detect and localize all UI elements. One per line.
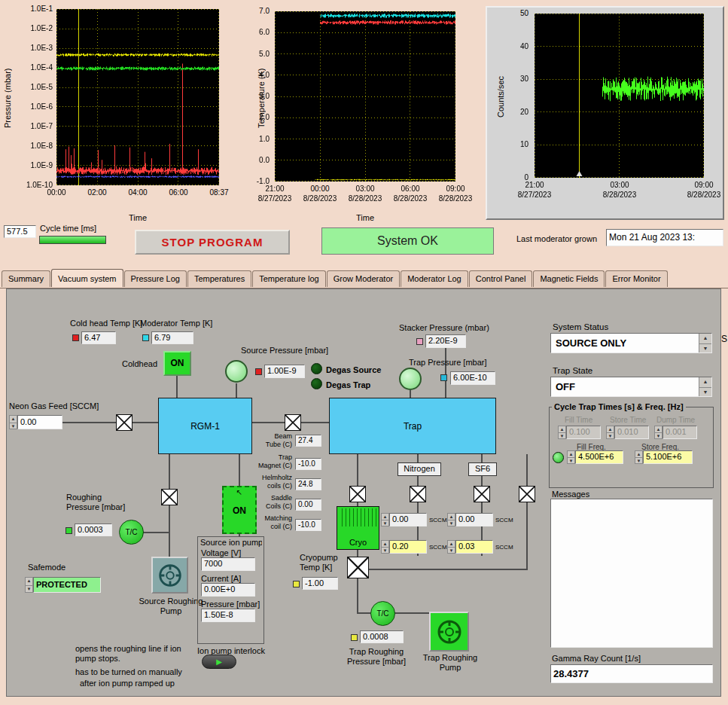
nitrogen-valve[interactable] — [410, 486, 426, 502]
fill-freq-input[interactable]: 4.500E+6 — [575, 450, 623, 464]
roughing-thermocouple-indicator: T/C — [119, 520, 144, 545]
valve-x-icon — [285, 415, 300, 430]
temperature-history-xdate: 8/27/2023 — [254, 194, 296, 203]
helmholtz-value: 24.8 — [295, 478, 321, 490]
trap-state-selector[interactable]: OFF — [550, 377, 712, 397]
dropdown-arrows-icon[interactable] — [699, 377, 711, 396]
neon-feed-input[interactable]: 0.00 — [17, 415, 62, 429]
store-freq-input[interactable]: 5.100E+6 — [643, 450, 693, 464]
cryo-stripes-icon — [339, 508, 377, 526]
coldhead-label: Coldhead — [122, 359, 157, 369]
sf6-flow2-spinner-buttons[interactable] — [447, 540, 455, 554]
neon-feed-spinner-buttons[interactable] — [9, 415, 17, 429]
pipe — [526, 454, 528, 486]
coldhead-on-button[interactable]: ON — [163, 351, 191, 376]
store-freq-spinner-buttons[interactable] — [635, 450, 643, 464]
tab-temperatures[interactable]: Temperatures — [187, 270, 251, 287]
valve-x-icon — [350, 487, 365, 502]
sf6-flow2-input[interactable]: 0.03 — [455, 540, 493, 554]
nitrogen-flow2-unit: SCCM — [429, 544, 447, 551]
trap-roughing-valve[interactable] — [347, 557, 369, 578]
degas-trap-label: Degas Trap — [326, 380, 370, 390]
trap-roughing-pump[interactable] — [429, 612, 469, 652]
pipe — [176, 376, 178, 398]
safemode-spinner-buttons[interactable] — [25, 577, 33, 593]
tab-temperature-log[interactable]: Temperature log — [252, 270, 326, 287]
pressure-history-xtick: 02:00 — [79, 188, 115, 197]
moderator-swatch-icon — [142, 334, 149, 341]
trap-chamber: Trap — [329, 398, 496, 454]
temperature-history-ytick: 6.0 — [248, 28, 270, 36]
valve-x-icon — [410, 487, 425, 502]
safemode-selector[interactable]: PROTECTED — [33, 577, 101, 593]
fill-time-label: Fill Time — [565, 416, 592, 425]
system-status-value: SOURCE ONLY — [551, 337, 699, 349]
neon-line-valve[interactable] — [116, 414, 133, 431]
pump-icon — [434, 617, 465, 647]
pipe — [369, 569, 528, 570]
tab-pressure-log[interactable]: Pressure Log — [124, 270, 187, 287]
source-trap-valve[interactable] — [285, 414, 301, 431]
fill-time-spinner-buttons[interactable] — [558, 426, 566, 439]
fill-freq-spinner-buttons[interactable] — [567, 450, 575, 464]
pressure-history-ytick: 1.0E-6 — [17, 102, 53, 111]
temperature-history-ytick: 1.0 — [248, 135, 270, 143]
trap-vent-valve[interactable] — [519, 486, 535, 502]
nitrogen-flow2-input[interactable]: 0.20 — [389, 540, 427, 554]
nitrogen-flow2-spinner-buttons[interactable] — [381, 540, 389, 554]
degas-trap-led[interactable] — [311, 378, 322, 389]
counts-history-xtick: 03:00 — [602, 181, 638, 189]
dump-time-input[interactable]: 0.001 — [663, 426, 697, 439]
dropdown-arrows-icon[interactable] — [699, 334, 711, 352]
valve-x-icon — [474, 487, 489, 502]
ion-pump-current-value: 0.00E+0 — [201, 583, 255, 597]
valve-x-icon — [117, 415, 132, 430]
trap-roughing-pressure-value: 0.0008 — [360, 630, 404, 643]
sf6-valve[interactable] — [474, 486, 490, 502]
tab-grow-moderator[interactable]: Grow Moderator — [327, 270, 400, 287]
store-time-spinner-buttons[interactable] — [606, 426, 614, 439]
tab-control-panel[interactable]: Control Panel — [469, 270, 533, 287]
stop-program-button[interactable]: STOP PROGRAM — [135, 230, 290, 255]
counts-history-ytick: 50 — [507, 9, 528, 17]
store-time-input[interactable]: 0.010 — [614, 426, 649, 439]
sf6-flow1-input[interactable]: 0.00 — [455, 513, 493, 526]
pressure-history-ytick: 1.0E-8 — [17, 142, 53, 150]
beam-tube-value: 27.4 — [295, 435, 321, 447]
cryo-valve[interactable] — [349, 486, 366, 502]
neon-feed-label: Neon Gas Feed [SCCM] — [9, 401, 99, 411]
pipe — [62, 422, 158, 423]
tab-magnetic-fields[interactable]: Magnetic Fields — [533, 270, 605, 287]
pipe — [169, 454, 170, 489]
temperature-history-xdate: 8/28/2023 — [299, 194, 341, 203]
safemode-label: Safemode — [28, 563, 65, 572]
roughing-line-valve-button[interactable]: ON — [222, 486, 257, 534]
moderator-temp-value: 6.79 — [151, 331, 193, 344]
tab-vacuum-system[interactable]: Vacuum system — [51, 269, 123, 287]
system-status-label: System Status — [553, 322, 608, 333]
fill-time-input[interactable]: 0.100 — [566, 426, 601, 439]
sf6-flow1-spinner-buttons[interactable] — [447, 513, 455, 526]
cold-head-temp-label: Cold head Temp [K] — [70, 319, 142, 328]
cold-head-swatch-icon — [72, 334, 79, 341]
temperature-history-ytick: 0.0 — [248, 156, 270, 164]
system-status-banner: System OK — [321, 227, 494, 255]
trap-state-value: OFF — [551, 381, 699, 392]
tab-moderator-log[interactable]: Moderator Log — [401, 270, 468, 287]
degas-source-led[interactable] — [311, 363, 322, 374]
tab-summary[interactable]: Summary — [2, 270, 50, 287]
nitrogen-flow1-spinner-buttons[interactable] — [381, 513, 389, 526]
pressure-history-ytick: 1.0E-9 — [17, 161, 53, 169]
source-roughing-pump[interactable] — [151, 557, 188, 594]
system-status-selector[interactable]: SOURCE ONLY — [550, 333, 712, 353]
source-roughing-valve[interactable] — [161, 489, 178, 505]
note-manual-on: has to be turned on manually — [75, 667, 226, 677]
cryo-pump[interactable]: Cryo — [337, 506, 379, 550]
pressure-chart — [56, 9, 219, 185]
tab-error-monitor[interactable]: Error Monitor — [605, 270, 667, 287]
dump-time-spinner-buttons[interactable] — [654, 426, 663, 439]
nitrogen-flow1-input[interactable]: 0.00 — [389, 513, 427, 526]
gamma-count-label: Gamma Ray Count [1/s] — [552, 654, 641, 664]
note-roughing-line: opens the roughing line if ion pump stop… — [75, 644, 207, 664]
pipe — [357, 578, 358, 614]
